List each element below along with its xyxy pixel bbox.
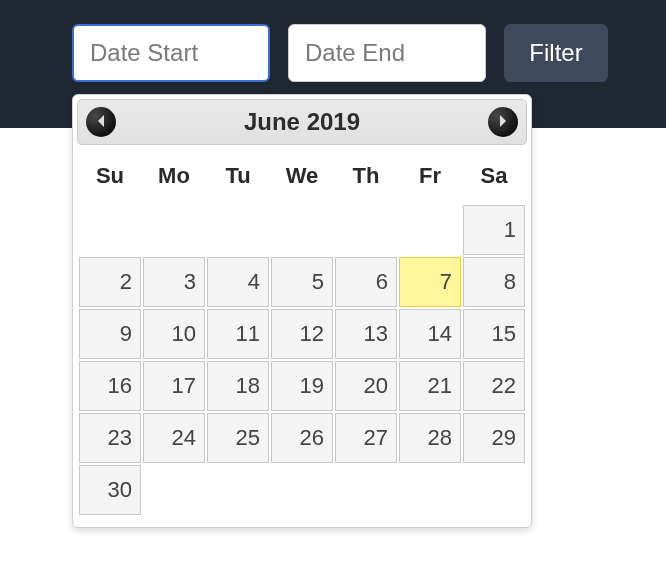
filter-button[interactable]: Filter <box>504 24 608 82</box>
date-picker-header: June 2019 <box>77 99 527 145</box>
calendar-empty-cell <box>79 205 141 255</box>
calendar-day[interactable]: 20 <box>335 361 397 411</box>
calendar-day[interactable]: 11 <box>207 309 269 359</box>
calendar-day[interactable]: 21 <box>399 361 461 411</box>
calendar-empty-cell <box>207 465 269 515</box>
prev-month-button[interactable] <box>86 107 116 137</box>
calendar-day[interactable]: 7 <box>399 257 461 307</box>
calendar-day[interactable]: 10 <box>143 309 205 359</box>
calendar-day[interactable]: 14 <box>399 309 461 359</box>
chevron-left-icon <box>96 113 106 131</box>
calendar-empty-cell <box>399 465 461 515</box>
calendar-day[interactable]: 15 <box>463 309 525 359</box>
calendar-empty-cell <box>335 205 397 255</box>
calendar-day[interactable]: 5 <box>271 257 333 307</box>
calendar-day[interactable]: 24 <box>143 413 205 463</box>
weekday-header: Su <box>79 153 141 203</box>
calendar-empty-cell <box>143 465 205 515</box>
next-month-button[interactable] <box>488 107 518 137</box>
date-start-input[interactable] <box>72 24 270 82</box>
calendar-day[interactable]: 17 <box>143 361 205 411</box>
date-end-input[interactable] <box>288 24 486 82</box>
calendar-grid: Su Mo Tu We Th Fr Sa 1234567891011121314… <box>77 151 527 517</box>
date-picker: June 2019 Su Mo Tu We Th Fr Sa 123456789… <box>72 94 532 528</box>
weekday-header: Mo <box>143 153 205 203</box>
calendar-day[interactable]: 1 <box>463 205 525 255</box>
calendar-day[interactable]: 9 <box>79 309 141 359</box>
calendar-empty-cell <box>399 205 461 255</box>
calendar-day[interactable]: 29 <box>463 413 525 463</box>
calendar-empty-cell <box>271 205 333 255</box>
calendar-day[interactable]: 28 <box>399 413 461 463</box>
calendar-day[interactable]: 12 <box>271 309 333 359</box>
date-picker-title: June 2019 <box>244 108 360 136</box>
calendar-empty-cell <box>463 465 525 515</box>
calendar-day[interactable]: 13 <box>335 309 397 359</box>
weekday-header: Th <box>335 153 397 203</box>
calendar-day[interactable]: 19 <box>271 361 333 411</box>
weekday-header: Sa <box>463 153 525 203</box>
calendar-day[interactable]: 25 <box>207 413 269 463</box>
calendar-day[interactable]: 4 <box>207 257 269 307</box>
calendar-day[interactable]: 6 <box>335 257 397 307</box>
calendar-day[interactable]: 22 <box>463 361 525 411</box>
calendar-day[interactable]: 26 <box>271 413 333 463</box>
calendar-day[interactable]: 23 <box>79 413 141 463</box>
weekday-header: We <box>271 153 333 203</box>
calendar-empty-cell <box>271 465 333 515</box>
calendar-day[interactable]: 30 <box>79 465 141 515</box>
calendar-empty-cell <box>207 205 269 255</box>
calendar-empty-cell <box>143 205 205 255</box>
calendar-empty-cell <box>335 465 397 515</box>
weekday-header: Tu <box>207 153 269 203</box>
calendar-day[interactable]: 3 <box>143 257 205 307</box>
calendar-day[interactable]: 27 <box>335 413 397 463</box>
calendar-day[interactable]: 2 <box>79 257 141 307</box>
calendar-day[interactable]: 18 <box>207 361 269 411</box>
chevron-right-icon <box>498 113 508 131</box>
calendar-day[interactable]: 16 <box>79 361 141 411</box>
weekday-header: Fr <box>399 153 461 203</box>
calendar-day[interactable]: 8 <box>463 257 525 307</box>
